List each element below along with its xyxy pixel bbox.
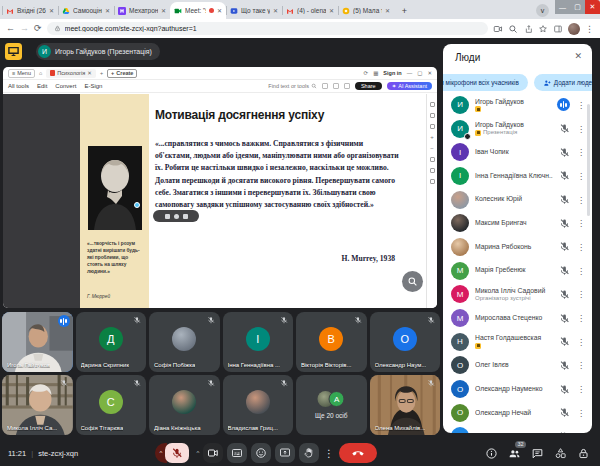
tab-close-icon[interactable]: ✕ <box>217 7 222 14</box>
presenter-chip[interactable]: И Игорь Гайдуков (Презентація) <box>36 43 160 60</box>
participant-menu-icon[interactable]: ⋮ <box>576 408 586 418</box>
magnifier-button[interactable] <box>402 271 423 292</box>
home-icon[interactable]: ⌂ <box>39 70 42 76</box>
video-tile[interactable]: ІІнна Геннадіївна ... <box>223 312 294 372</box>
nav-edit[interactable]: Edit <box>37 83 47 89</box>
app-tool-icon[interactable] <box>430 113 435 118</box>
tab-close-icon[interactable]: ✕ <box>329 7 334 14</box>
meeting-details-icon[interactable] <box>485 447 498 460</box>
participant-row[interactable]: ММикола Ілліч СадовийОрганізатор зустріч… <box>443 283 592 307</box>
video-tile[interactable]: Игорь Гайдуков <box>2 312 73 372</box>
participant-row[interactable]: ИИгорь ГайдуковПрезентація⋮ <box>443 117 592 141</box>
zoom-out-icon[interactable]: − <box>430 146 434 151</box>
create-button[interactable]: +Create <box>107 69 137 78</box>
participant-row[interactable]: ННастя Голдашевская⋮ <box>443 330 592 354</box>
participant-menu-icon[interactable]: ⋮ <box>576 289 586 299</box>
raise-hand-button[interactable] <box>299 443 319 463</box>
chat-button[interactable] <box>531 447 544 460</box>
end-call-button[interactable] <box>339 443 377 463</box>
participant-row[interactable]: Марина Рябоконь⋮ <box>443 235 592 259</box>
app-toolbar-icon[interactable] <box>344 83 350 89</box>
participant-row[interactable]: ІІнна Геннадіївна Ключн...⋮ <box>443 164 592 188</box>
participant-row[interactable]: ООлександр Науменко⋮ <box>443 377 592 401</box>
app-minimize-icon[interactable]: — <box>407 70 413 76</box>
participant-menu-icon[interactable]: ⋮ <box>576 147 586 157</box>
browser-tab[interactable]: Meet: "ste-✕ <box>170 2 226 19</box>
side-panel-icon[interactable] <box>553 24 563 34</box>
app-menu-button[interactable]: ≡Menu <box>8 69 35 78</box>
participant-row[interactable]: Максим Брингач⋮ <box>443 211 592 235</box>
tab-close-icon[interactable]: ✕ <box>385 7 390 14</box>
tab-close-icon[interactable]: ✕ <box>105 7 110 14</box>
participant-menu-icon[interactable]: ⋮ <box>576 124 586 134</box>
browser-tab[interactable]: Вхідні (26) - o✕ <box>2 2 58 19</box>
browser-menu-icon[interactable]: ⋮ <box>585 24 594 34</box>
participant-row[interactable]: ⋮ <box>443 425 592 433</box>
participant-menu-icon[interactable]: ⋮ <box>576 171 586 181</box>
new-document-icon[interactable]: + <box>100 70 103 76</box>
back-icon[interactable]: ← <box>6 24 15 33</box>
omnibox[interactable]: meet.google.com/ste-zcxj-xqn?authuser=1 <box>47 22 488 35</box>
participant-row[interactable]: ІІван Чопик⋮ <box>443 140 592 164</box>
app-maximize-icon[interactable]: ▢ <box>417 70 422 76</box>
reload-icon[interactable]: ⟳ <box>34 24 42 33</box>
people-panel-close-icon[interactable]: ✕ <box>574 51 582 61</box>
video-tile[interactable]: Софія Побіжка <box>149 312 220 372</box>
maximize-button[interactable]: ▢ <box>570 0 585 14</box>
participant-menu-icon[interactable]: ⋮ <box>576 337 586 347</box>
notifications-icon[interactable]: ⟳ <box>364 70 369 76</box>
app-toolbar-icon[interactable] <box>322 83 328 89</box>
selection-toolbar[interactable] <box>153 210 199 222</box>
close-button[interactable]: ✕ <box>585 0 600 14</box>
nav-all-tools[interactable]: All tools <box>8 83 29 89</box>
participant-row[interactable]: ММирослава Стеценко⋮ <box>443 306 592 330</box>
video-tile[interactable]: ДДарина Скрипник <box>76 312 147 372</box>
camera-permission-icon[interactable] <box>493 24 503 34</box>
participant-menu-icon[interactable]: ⋮ <box>576 266 586 276</box>
browser-tab[interactable]: (5) Мала трив...✕ <box>338 2 394 19</box>
zoom-in-icon[interactable]: + <box>430 135 434 140</box>
apps-grid-icon[interactable]: ▦ <box>373 70 378 76</box>
mute-all-button[interactable]: Вимкнути мікрофони всіх учасників <box>443 74 528 91</box>
people-button[interactable]: 32 <box>508 447 521 460</box>
participant-row[interactable]: ММарія Гребенюк⋮ <box>443 259 592 283</box>
participant-row[interactable]: ИИгорь Гайдуков⋮ <box>443 93 592 117</box>
tab-close-icon[interactable]: ✕ <box>161 7 166 14</box>
video-tile[interactable]: Микола Ілліч Са... <box>2 375 73 435</box>
tab-close-icon[interactable]: ✕ <box>273 7 278 14</box>
add-people-button[interactable]: Додати людей <box>534 74 592 91</box>
share-page-icon[interactable] <box>523 24 533 34</box>
video-tile[interactable]: Діана Кніжніцька <box>149 375 220 435</box>
video-tile[interactable]: AЩе 20 осіб <box>296 375 367 435</box>
ai-assistant-button[interactable]: ✦AI Assistant <box>387 82 432 90</box>
minimize-button[interactable]: — <box>555 0 570 14</box>
browser-tab[interactable]: Що таке успіх✕ <box>226 2 282 19</box>
video-tile[interactable]: ООлександр Наум... <box>370 312 441 372</box>
forward-icon[interactable]: → <box>20 24 29 33</box>
tab-close-icon[interactable]: ✕ <box>49 7 54 14</box>
find-tools-search[interactable]: Find text or tools <box>268 83 317 89</box>
participant-menu-icon[interactable]: ⋮ <box>576 360 586 370</box>
app-tool-icon[interactable] <box>430 124 435 129</box>
participant-menu-icon[interactable]: ⋮ <box>576 431 586 433</box>
mic-toggle-button[interactable] <box>165 443 189 463</box>
panel-scrollbar[interactable] <box>587 104 590 216</box>
participant-menu-icon[interactable]: ⋮ <box>576 384 586 394</box>
camera-toggle-button[interactable] <box>203 443 223 463</box>
app-tool-icon[interactable] <box>430 157 435 162</box>
host-controls-button[interactable] <box>577 447 590 460</box>
new-tab-button[interactable]: + <box>398 4 411 17</box>
app-tool-icon[interactable] <box>430 168 435 173</box>
app-toolbar-icon[interactable] <box>333 83 339 89</box>
video-tile[interactable]: Владислав Гриц... <box>223 375 294 435</box>
more-options-button[interactable]: ⋮ <box>323 443 335 463</box>
app-close-icon[interactable]: ✕ <box>427 70 432 76</box>
browser-tab[interactable]: (4) - olenatrifo✕ <box>282 2 338 19</box>
profile-avatar[interactable] <box>568 23 580 35</box>
video-tile[interactable]: Олена Михайлів... <box>370 375 441 435</box>
participant-row[interactable]: ООлег Івлєв⋮ <box>443 354 592 378</box>
camera-options-chevron-icon[interactable]: ^ <box>193 450 203 456</box>
participant-row[interactable]: ООлександр Нечай⋮ <box>443 401 592 425</box>
video-tile[interactable]: ССофія Тітарєва <box>76 375 147 435</box>
activities-button[interactable] <box>554 447 567 460</box>
